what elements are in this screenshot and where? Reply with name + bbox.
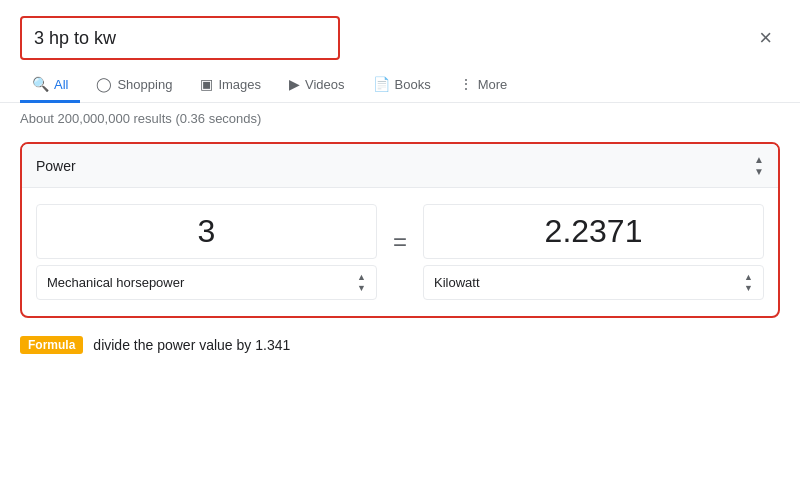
tab-books[interactable]: 📄 Books: [361, 68, 443, 103]
input-arrow-down-icon: ▼: [357, 283, 366, 293]
tab-all-label: All: [54, 77, 68, 92]
converter-card: Power ▲ ▼ 3 Mechanical horsepower ▲ ▼ = …: [20, 142, 780, 318]
output-unit-arrows[interactable]: ▲ ▼: [744, 272, 753, 293]
nav-tabs: 🔍 All ◯ Shopping ▣ Images ▶ Videos 📄 Boo…: [0, 60, 800, 103]
tab-videos[interactable]: ▶ Videos: [277, 68, 357, 103]
tab-more-label: More: [478, 77, 508, 92]
results-summary: About 200,000,000 results (0.36 seconds): [0, 103, 800, 134]
output-block: 2.2371 Kilowatt ▲ ▼: [423, 204, 764, 300]
formula-text: divide the power value by 1.341: [93, 337, 290, 353]
videos-icon: ▶: [289, 76, 300, 92]
close-button[interactable]: ×: [751, 21, 780, 55]
formula-row: Formula divide the power value by 1.341: [0, 326, 800, 364]
tab-images-label: Images: [218, 77, 261, 92]
tab-all[interactable]: 🔍 All: [20, 68, 80, 103]
tab-books-label: Books: [395, 77, 431, 92]
output-arrow-up-icon: ▲: [744, 272, 753, 282]
search-bar[interactable]: 3 hp to kw: [20, 16, 340, 60]
output-value[interactable]: 2.2371: [423, 204, 764, 259]
search-bar-area: 3 hp to kw ×: [0, 0, 800, 60]
unit-type-selector[interactable]: Power ▲ ▼: [22, 144, 778, 188]
search-icon: 🔍: [32, 76, 49, 92]
results-summary-text: About 200,000,000 results (0.36 seconds): [20, 111, 261, 126]
search-query: 3 hp to kw: [34, 28, 326, 49]
output-arrow-down-icon: ▼: [744, 283, 753, 293]
input-unit-selector[interactable]: Mechanical horsepower ▲ ▼: [36, 265, 377, 300]
shopping-icon: ◯: [96, 76, 112, 92]
tab-shopping[interactable]: ◯ Shopping: [84, 68, 184, 103]
output-unit-selector[interactable]: Kilowatt ▲ ▼: [423, 265, 764, 300]
tab-more[interactable]: ⋮ More: [447, 68, 520, 103]
conversion-row: 3 Mechanical horsepower ▲ ▼ = 2.2371 Kil…: [22, 188, 778, 316]
tab-images[interactable]: ▣ Images: [188, 68, 273, 103]
tab-shopping-label: Shopping: [117, 77, 172, 92]
arrow-up-icon: ▲: [754, 154, 764, 165]
images-icon: ▣: [200, 76, 213, 92]
formula-badge: Formula: [20, 336, 83, 354]
unit-type-label: Power: [36, 158, 76, 174]
tab-videos-label: Videos: [305, 77, 345, 92]
books-icon: 📄: [373, 76, 390, 92]
equals-sign: =: [389, 228, 411, 256]
input-unit-label: Mechanical horsepower: [47, 275, 184, 290]
input-arrow-up-icon: ▲: [357, 272, 366, 282]
input-value[interactable]: 3: [36, 204, 377, 259]
input-block: 3 Mechanical horsepower ▲ ▼: [36, 204, 377, 300]
output-unit-label: Kilowatt: [434, 275, 480, 290]
input-unit-arrows[interactable]: ▲ ▼: [357, 272, 366, 293]
more-icon: ⋮: [459, 76, 473, 92]
arrow-down-icon: ▼: [754, 166, 764, 177]
unit-type-arrows[interactable]: ▲ ▼: [754, 154, 764, 177]
